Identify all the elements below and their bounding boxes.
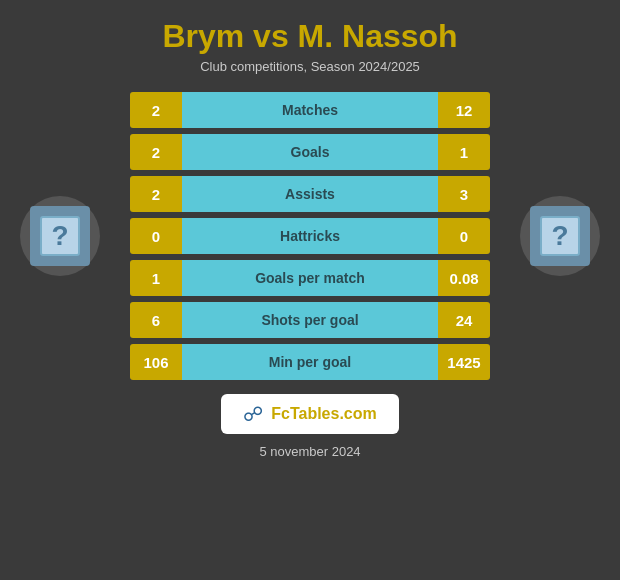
stat-label: Hattricks: [182, 218, 438, 254]
stat-left-value: 2: [130, 134, 182, 170]
stat-label: Goals: [182, 134, 438, 170]
stat-right-value: 1: [438, 134, 490, 170]
stat-label: Shots per goal: [182, 302, 438, 338]
page-title: Brym vs M. Nassoh: [162, 18, 457, 55]
logo-area: ☍ FcTables.com: [221, 394, 399, 434]
stat-left-value: 2: [130, 176, 182, 212]
stat-right-value: 0: [438, 218, 490, 254]
stat-label: Goals per match: [182, 260, 438, 296]
page-wrapper: Brym vs M. Nassoh Club competitions, Sea…: [0, 0, 620, 580]
logo-text-tables: Tables.com: [290, 405, 377, 422]
date-label: 5 november 2024: [259, 444, 360, 459]
avatar-left-question: ?: [40, 216, 80, 256]
avatar-left-inner: ?: [30, 206, 90, 266]
player-avatar-left: ?: [20, 196, 100, 276]
comparison-area: ? 2Matches122Goals12Assists30Hattricks01…: [10, 92, 610, 380]
stat-label: Assists: [182, 176, 438, 212]
stat-right-value: 1425: [438, 344, 490, 380]
stat-row: 2Assists3: [130, 176, 490, 212]
stat-right-value: 3: [438, 176, 490, 212]
stat-left-value: 1: [130, 260, 182, 296]
stat-right-value: 0.08: [438, 260, 490, 296]
player-avatar-right: ?: [520, 196, 600, 276]
stat-row: 6Shots per goal24: [130, 302, 490, 338]
stat-left-value: 106: [130, 344, 182, 380]
subtitle: Club competitions, Season 2024/2025: [200, 59, 420, 74]
stat-row: 106Min per goal1425: [130, 344, 490, 380]
stat-row: 2Goals1: [130, 134, 490, 170]
stat-label: Min per goal: [182, 344, 438, 380]
logo-text: FcTables.com: [271, 405, 377, 423]
logo-text-fc: Fc: [271, 405, 290, 422]
stat-left-value: 6: [130, 302, 182, 338]
stats-container: 2Matches122Goals12Assists30Hattricks01Go…: [130, 92, 490, 380]
stat-left-value: 2: [130, 92, 182, 128]
logo-chart-icon: ☍: [243, 402, 263, 426]
stat-left-value: 0: [130, 218, 182, 254]
stat-right-value: 12: [438, 92, 490, 128]
stat-right-value: 24: [438, 302, 490, 338]
stat-row: 1Goals per match0.08: [130, 260, 490, 296]
stat-row: 2Matches12: [130, 92, 490, 128]
avatar-right-question: ?: [540, 216, 580, 256]
stat-label: Matches: [182, 92, 438, 128]
stat-row: 0Hattricks0: [130, 218, 490, 254]
avatar-right-inner: ?: [530, 206, 590, 266]
